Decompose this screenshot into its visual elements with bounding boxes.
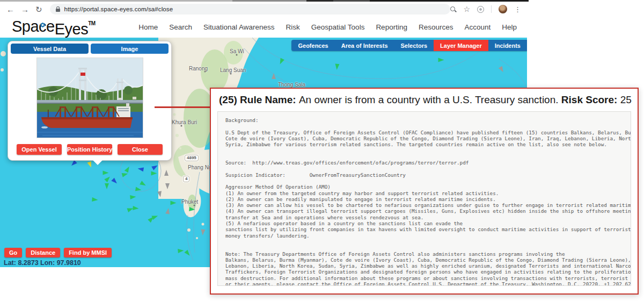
map-label-sa-wi: Sa Wi xyxy=(230,48,244,54)
vessel-marker-gray[interactable] xyxy=(201,230,206,236)
map-label-lang-suan: Lang Suan xyxy=(220,67,246,73)
rule-name-text: An owner is from a country with a U.S. T… xyxy=(299,94,559,105)
find-by-mmsi-button[interactable]: Find by MMSI xyxy=(64,248,112,257)
vessel-marker-blue[interactable] xyxy=(137,167,144,172)
address-bar[interactable]: https://portal.space-eyes.com/sa#close xyxy=(50,4,451,15)
nav-item-reporting[interactable]: Reporting xyxy=(376,23,407,31)
rule-popup-body: Background: U.S Dept of the Treasury, Of… xyxy=(217,111,631,286)
forward-icon[interactable]: → xyxy=(21,5,29,13)
rule-name-label: Rule Name: xyxy=(237,94,299,105)
map-label-khura-buri: Khura Buri xyxy=(172,119,197,125)
url-text[interactable]: https://portal.space-eyes.com/sa#close xyxy=(64,6,173,12)
nav-item-resources[interactable]: Resources xyxy=(419,23,453,31)
map-toolbar-selectors[interactable]: Selectors xyxy=(394,40,434,51)
rule-popup-title: (25) Rule Name: An owner is from a count… xyxy=(211,89,638,109)
vessel-marker-green[interactable] xyxy=(103,170,109,175)
nav-item-home[interactable]: Home xyxy=(138,23,158,31)
vessel-panel-buttons: Open VesselPosition HistoryClose xyxy=(8,144,171,155)
divider xyxy=(491,5,492,13)
zoom-icon[interactable] xyxy=(450,6,456,12)
vessel-marker-gray[interactable] xyxy=(272,73,276,79)
vessel-marker-green[interactable] xyxy=(133,206,139,211)
tab-vessel-data[interactable]: Vessel Data xyxy=(11,44,89,54)
vessel-marker-green[interactable] xyxy=(92,197,98,202)
vessel-marker-gray[interactable] xyxy=(164,170,169,176)
tab-image[interactable]: Image xyxy=(91,44,169,54)
nav-item-search[interactable]: Search xyxy=(169,23,192,31)
open-vessel-button[interactable]: Open Vessel xyxy=(17,144,62,155)
nav-item-help[interactable]: Help xyxy=(502,23,517,31)
vessel-marker-green[interactable] xyxy=(130,195,136,199)
map-toolbar-geofences[interactable]: Geofences xyxy=(291,40,334,51)
vessel-marker-green[interactable] xyxy=(171,200,177,205)
bookmark-star-icon[interactable]: ☆ xyxy=(463,5,470,13)
vessel-marker-green[interactable] xyxy=(438,58,444,62)
map-label-ranong: Ranong xyxy=(189,66,208,71)
back-icon[interactable]: ← xyxy=(6,5,14,13)
go-button[interactable]: Go xyxy=(4,248,22,257)
spaceeyes-logo[interactable]: SpaceEyesTM xyxy=(12,18,96,35)
profile-avatar[interactable] xyxy=(499,5,507,13)
lock-icon xyxy=(55,6,61,12)
vessel-marker-green[interactable] xyxy=(151,171,157,175)
vessel-panel-tabs: Vessel DataImage xyxy=(8,41,171,54)
vessel-marker-gray[interactable] xyxy=(157,191,163,197)
vessel-marker-green[interactable] xyxy=(189,207,195,212)
position-history-button[interactable]: Position History xyxy=(67,144,112,155)
panel-pointer xyxy=(93,160,103,165)
risk-score-value: 25 xyxy=(620,94,632,105)
rule-popup: (25) Rule Name: An owner is from a count… xyxy=(210,88,639,295)
distance-button[interactable]: Distance xyxy=(26,248,60,257)
map-buttons: GoDistanceFind by MMSI xyxy=(4,248,112,257)
main-nav: HomeSearchSituational AwarenessRiskGeosp… xyxy=(138,23,517,31)
map-toolbar: GeofencesArea of InterestsSelectorsLayer… xyxy=(291,40,527,51)
browser-menu-icon[interactable]: ⋮ xyxy=(514,6,521,13)
risk-score-label: Risk Score: xyxy=(559,94,620,105)
vessel-marker-green[interactable] xyxy=(135,187,142,192)
route-shield-4: 4 xyxy=(183,176,189,182)
map-label-thong-sala: Thong Sala xyxy=(278,82,305,88)
latlon-status: Lat: 8.2873 Lon: 97.9810 xyxy=(4,259,81,267)
site-header: SpaceEyesTM HomeSearchSituational Awaren… xyxy=(0,17,529,38)
vessel-marker-green[interactable] xyxy=(178,248,184,253)
map-toolbar-layer-manager[interactable]: Layer Manager xyxy=(434,40,488,51)
map-toolbar-area-of-interests[interactable]: Area of Interests xyxy=(335,40,394,51)
nav-item-geospatial-tools[interactable]: Geospatial Tools xyxy=(311,23,365,31)
vessel-photo xyxy=(36,58,143,138)
route-shield-4895: 4895 xyxy=(185,155,199,161)
vessel-marker-green[interactable] xyxy=(335,64,340,70)
extension-icon[interactable] xyxy=(477,6,484,13)
vessel-marker-green[interactable] xyxy=(105,183,109,189)
vessel-marker-gray[interactable] xyxy=(165,183,170,189)
map-toolbar-incidents[interactable]: Incidents xyxy=(488,40,527,51)
nav-item-situational-awareness[interactable]: Situational Awareness xyxy=(203,23,275,31)
nav-item-risk[interactable]: Risk xyxy=(286,23,300,31)
browser-toolbar: ← → ↻ https://portal.space-eyes.com/sa#c… xyxy=(0,2,529,17)
map-label-phuket: Phuket xyxy=(181,199,198,205)
vessel-info-panel: Vessel DataImage xyxy=(8,41,172,161)
nav-item-account[interactable]: Account xyxy=(464,23,491,31)
callout-connector-line xyxy=(155,106,210,108)
rule-id: (25) xyxy=(219,94,237,105)
refresh-icon[interactable]: ↻ xyxy=(35,5,42,13)
close-button[interactable]: Close xyxy=(118,144,163,155)
